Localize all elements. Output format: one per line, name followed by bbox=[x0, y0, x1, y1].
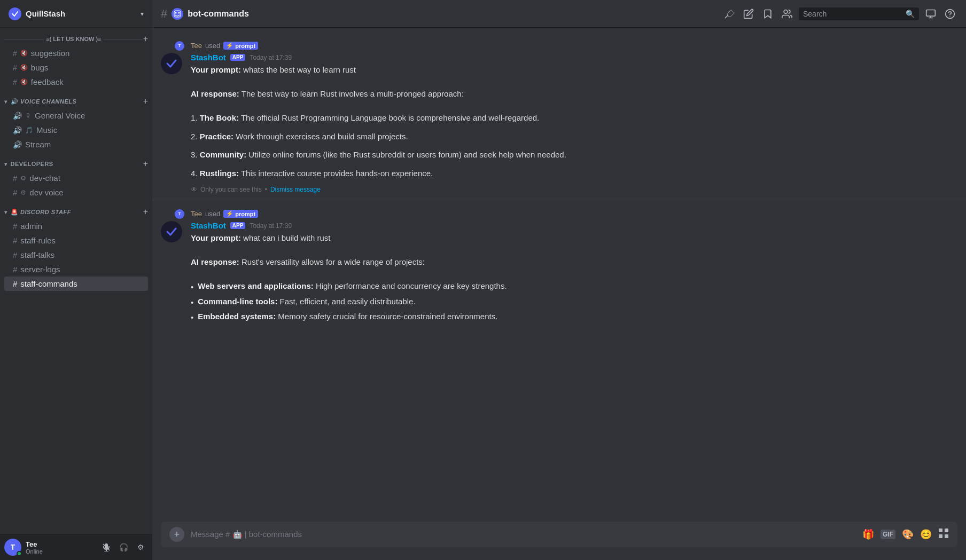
help-button[interactable] bbox=[942, 6, 957, 21]
chevron-down-icon: ▾ bbox=[141, 10, 144, 18]
hash-icon: # bbox=[13, 173, 17, 183]
username: Tee bbox=[26, 540, 95, 548]
svg-point-2 bbox=[178, 12, 180, 13]
staff-add-icon[interactable]: + bbox=[143, 207, 148, 217]
main-content: # bot-commands bbox=[152, 0, 966, 560]
speaker-icon: 🔊 bbox=[13, 112, 22, 120]
hash-icon: # bbox=[13, 49, 17, 58]
channel-admin[interactable]: # admin bbox=[4, 219, 148, 233]
apps-icon[interactable] bbox=[938, 528, 949, 541]
bot-avatar-1 bbox=[161, 53, 182, 74]
voice-add-icon[interactable]: + bbox=[143, 97, 148, 106]
search-placeholder: Search bbox=[803, 10, 902, 18]
speaker-icon: 🔇 bbox=[20, 78, 28, 85]
pin-button[interactable] bbox=[722, 6, 737, 21]
members-button[interactable] bbox=[780, 6, 794, 21]
section-voice-channels: ▾ 🔊 Voice Channels + 🔊 🎙 General Voice 🔊… bbox=[0, 91, 152, 154]
svg-point-1 bbox=[175, 12, 177, 13]
svg-point-9 bbox=[163, 55, 180, 72]
section-discord-staff: ▾ 🚨 Discord staff + # admin # staff-rule… bbox=[0, 202, 152, 293]
channel-label: staff-talks bbox=[20, 250, 54, 259]
svg-rect-13 bbox=[939, 534, 942, 538]
hash-icon: # bbox=[13, 78, 17, 86]
channel-staff-commands[interactable]: # staff-commands bbox=[4, 277, 148, 291]
channel-stream[interactable]: 🔊 Stream bbox=[4, 137, 148, 152]
svg-point-10 bbox=[163, 223, 180, 240]
message-input[interactable]: Message # 🤖 | bot-commands bbox=[191, 530, 856, 539]
only-you-text-1: Only you can see this bbox=[200, 186, 262, 193]
channel-bot-icon bbox=[172, 8, 183, 20]
section-developers: ▾ DEVELOPERS + # ⚙ dev-chat # ⚙ dev voic… bbox=[0, 154, 152, 202]
used-line-1: T Tee used ⚡ prompt bbox=[152, 41, 966, 51]
bullet-text: Command-line tools: Fast, efficient, and… bbox=[198, 296, 415, 308]
slash-icon: ⚡ bbox=[226, 42, 233, 49]
timestamp-1: Today at 17:39 bbox=[250, 54, 292, 61]
used-username-1: Tee bbox=[191, 42, 202, 50]
used-username-2: Tee bbox=[191, 210, 202, 218]
emoji-icon[interactable]: 😊 bbox=[920, 529, 932, 540]
section-developers-header[interactable]: ▾ DEVELOPERS + bbox=[0, 156, 152, 171]
dev-add-icon[interactable]: + bbox=[143, 159, 148, 169]
channel-feedback[interactable]: # 🔇 feedback bbox=[4, 75, 148, 89]
channel-suggestion[interactable]: # 🔇 suggestion bbox=[4, 46, 148, 60]
gift-icon[interactable]: 🎁 bbox=[862, 529, 874, 540]
section-staff-header[interactable]: ▾ 🚨 Discord staff + bbox=[0, 204, 152, 219]
bookmark-button[interactable] bbox=[760, 6, 775, 21]
user-status: Online bbox=[26, 548, 95, 555]
divider-let-us-know[interactable]: ≡( LET US KNOW )≡ + bbox=[0, 30, 152, 46]
message-input-area: + Message # 🤖 | bot-commands 🎁 GIF 🎨 😊 bbox=[152, 522, 966, 560]
channel-staff-talks[interactable]: # staff-talks bbox=[4, 248, 148, 262]
search-bar[interactable]: Search 🔍 bbox=[799, 7, 919, 20]
inbox-button[interactable] bbox=[923, 6, 938, 21]
stashbot-avatar-2 bbox=[161, 221, 182, 242]
hash-icon: # bbox=[13, 265, 17, 274]
section-add-icon[interactable]: + bbox=[143, 34, 148, 44]
section-let-us-know: ≡( LET US KNOW )≡ + # 🔇 suggestion # 🔇 b… bbox=[0, 28, 152, 91]
channel-bugs[interactable]: # 🔇 bugs bbox=[4, 60, 148, 75]
divider-line-left bbox=[4, 39, 44, 40]
bullet-dot: • bbox=[191, 281, 193, 294]
hash-icon: # bbox=[13, 250, 17, 259]
edit-button[interactable] bbox=[741, 6, 756, 21]
separator-dot-1: • bbox=[265, 186, 267, 193]
bot-avatar-2 bbox=[161, 221, 182, 242]
svg-rect-6 bbox=[926, 10, 936, 16]
bullet-text: Web servers and applications: High perfo… bbox=[198, 280, 507, 293]
gif-button[interactable]: GIF bbox=[881, 530, 895, 539]
svg-rect-12 bbox=[945, 529, 948, 532]
only-you-line-1: 👁 Only you can see this • Dismiss messag… bbox=[191, 186, 957, 193]
app-badge-1: APP bbox=[230, 54, 246, 61]
used-avatar-2: T bbox=[175, 209, 184, 219]
bot-message-2: StashBot APP Today at 17:39 Your prompt:… bbox=[152, 219, 966, 328]
add-content-button[interactable]: + bbox=[169, 527, 184, 542]
channel-label: feedback bbox=[31, 77, 64, 86]
message-text-1: Your prompt: whats the best way to learn… bbox=[191, 64, 957, 179]
section-voice-header[interactable]: ▾ 🔊 Voice Channels + bbox=[0, 93, 152, 108]
user-bar: T Tee Online 🎧 ⚙ bbox=[0, 534, 152, 560]
channel-general-voice[interactable]: 🔊 🎙 General Voice bbox=[4, 108, 148, 123]
channel-dev-chat[interactable]: # ⚙ dev-chat bbox=[4, 171, 148, 185]
timestamp-2: Today at 17:39 bbox=[250, 222, 292, 230]
music-icon: 🎵 bbox=[25, 127, 33, 134]
server-header[interactable]: QuillStash ▾ bbox=[0, 0, 152, 28]
input-right-icons: 🎁 GIF 🎨 😊 bbox=[862, 528, 949, 541]
channel-header-left: # bot-commands bbox=[161, 7, 715, 21]
channel-server-logs[interactable]: # server-logs bbox=[4, 262, 148, 277]
app-badge-2: APP bbox=[230, 222, 246, 229]
prompt-label-2: Your prompt: bbox=[191, 233, 241, 242]
hash-icon: # bbox=[13, 188, 17, 197]
search-icon: 🔍 bbox=[906, 10, 915, 18]
mute-microphone-button[interactable] bbox=[99, 540, 114, 555]
channel-staff-rules[interactable]: # staff-rules bbox=[4, 233, 148, 248]
message-header-1: StashBot APP Today at 17:39 bbox=[191, 53, 957, 62]
headset-button[interactable]: 🎧 bbox=[116, 540, 131, 555]
prompt-text-2: what can i build with rust bbox=[243, 233, 330, 242]
dismiss-link-1[interactable]: Dismiss message bbox=[270, 186, 321, 193]
message-header-2: StashBot APP Today at 17:39 bbox=[191, 221, 957, 230]
message-input-box[interactable]: + Message # 🤖 | bot-commands 🎁 GIF 🎨 😊 bbox=[161, 522, 957, 547]
channel-dev-voice[interactable]: # ⚙ dev voice bbox=[4, 185, 148, 200]
settings-button[interactable]: ⚙ bbox=[133, 540, 148, 555]
sticker-icon[interactable]: 🎨 bbox=[902, 529, 914, 540]
prompt-text-1: whats the best way to learn rust bbox=[243, 65, 356, 74]
channel-music[interactable]: 🔊 🎵 Music bbox=[4, 123, 148, 137]
